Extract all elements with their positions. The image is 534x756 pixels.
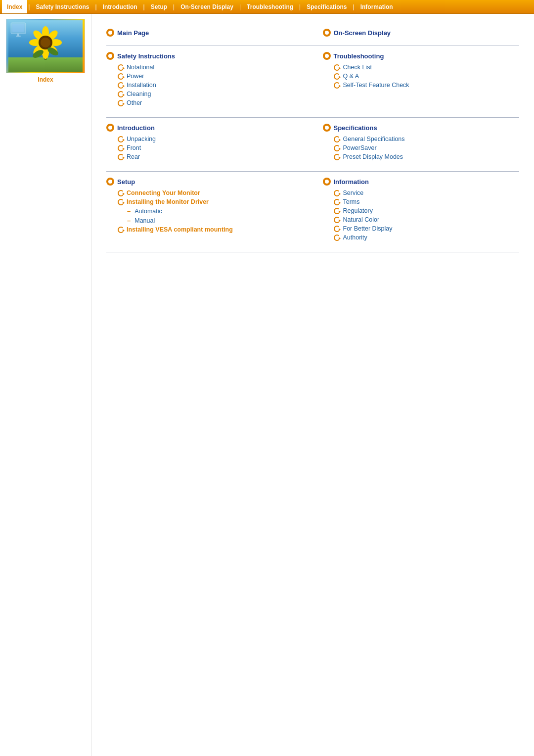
section-information: Information Service Terms Regulatory [313,172,520,252]
troubleshooting-selftest[interactable]: Self-Test Feature Check [343,82,409,89]
list-item[interactable]: Cleaning [117,91,303,97]
nav-item-introduction[interactable]: Introduction [98,0,142,13]
list-item[interactable]: Notational [117,64,303,71]
nav-separator-3: | [142,3,146,10]
safety-other[interactable]: Other [127,99,142,106]
troubleshooting-circle-icon [323,52,331,60]
troubleshooting-checklist[interactable]: Check List [343,64,372,71]
list-item[interactable]: General Specifications [334,136,520,142]
nav-separator-7: | [352,3,356,10]
section-heading-introduction[interactable]: Introduction [106,124,303,132]
list-item[interactable]: Installing VESA compliant mounting [117,226,303,233]
list-item[interactable]: Power [117,73,303,80]
info-terms[interactable]: Terms [343,198,360,205]
introduction-title[interactable]: Introduction [117,124,155,132]
arrow-icon [334,198,341,205]
intro-unpacking[interactable]: Unpacking [127,136,156,142]
arrow-icon [117,136,124,142]
list-item[interactable]: Other [117,99,303,106]
safety-title[interactable]: Safety Instructions [117,52,175,60]
spec-powersaver[interactable]: PowerSaver [343,144,377,151]
nav-item-specifications[interactable]: Specifications [302,0,352,13]
info-regulatory[interactable]: Regulatory [343,207,373,214]
setup-automatic[interactable]: Automatic [134,208,162,215]
list-item[interactable]: Regulatory [334,207,520,214]
list-item[interactable]: Check List [334,64,520,71]
safety-installation[interactable]: Installation [127,82,156,89]
svg-point-12 [41,38,50,47]
section-specifications: Specifications General Specifications Po… [313,118,520,172]
section-heading-safety[interactable]: Safety Instructions [106,52,303,60]
setup-title[interactable]: Setup [117,178,135,186]
nav-item-information[interactable]: Information [356,0,398,13]
list-item[interactable]: Unpacking [117,136,303,142]
nav-bar: Index | Safety Instructions | Introducti… [0,0,534,14]
troubleshooting-title[interactable]: Troubleshooting [334,52,384,60]
troubleshooting-qa[interactable]: Q & A [343,73,359,80]
spec-preset[interactable]: Preset Display Modes [343,153,403,160]
nav-item-safety[interactable]: Safety Instructions [31,0,94,13]
list-item[interactable]: Front [117,144,303,151]
mainpage-circle-icon [106,29,114,37]
arrow-icon [334,153,341,160]
list-item[interactable]: – Manual [117,217,303,224]
setup-vesa[interactable]: Installing VESA compliant mounting [127,226,233,233]
information-title[interactable]: Information [334,178,369,186]
nav-separator-2: | [94,3,98,10]
arrow-icon [334,144,341,151]
mainpage-label[interactable]: Main Page [117,29,149,37]
safety-sub-items: Notational Power Installation Cleaning [106,64,303,106]
nav-item-setup[interactable]: Setup [146,0,172,13]
safety-cleaning[interactable]: Cleaning [127,91,151,97]
dash-icon: – [127,207,131,215]
section-heading-troubleshooting[interactable]: Troubleshooting [323,52,520,60]
setup-driver[interactable]: Installing the Monitor Driver [127,198,209,205]
section-heading-specifications[interactable]: Specifications [323,124,520,132]
list-item[interactable]: Connecting Your Monitor [117,189,303,196]
list-item[interactable]: For Better Display [334,225,520,232]
intro-rear[interactable]: Rear [127,153,140,160]
list-item[interactable]: Rear [117,153,303,160]
svg-rect-17 [17,34,19,36]
section-heading-setup[interactable]: Setup [106,178,303,186]
list-item[interactable]: Q & A [334,73,520,80]
onscreen-label[interactable]: On-Screen Display [334,29,391,37]
list-item[interactable]: Service [334,189,520,196]
intro-front[interactable]: Front [127,144,141,151]
safety-notational[interactable]: Notational [127,64,154,71]
nav-item-onscreen[interactable]: On-Screen Display [176,0,238,13]
top-item-onscreen[interactable]: On-Screen Display [313,24,520,39]
top-row: Main Page On-Screen Display [106,24,519,46]
setup-connecting[interactable]: Connecting Your Monitor [127,189,200,196]
arrow-icon [334,64,341,71]
list-item[interactable]: Natural Color [334,216,520,223]
onscreen-circle-icon [323,29,331,37]
main-layout: Index Main Page On-Screen Display [0,14,534,756]
list-item[interactable]: Authority [334,234,520,241]
info-betterdisplay[interactable]: For Better Display [343,225,393,232]
setup-manual[interactable]: Manual [134,217,155,224]
section-heading-information[interactable]: Information [323,178,520,186]
info-naturalcolor[interactable]: Natural Color [343,216,380,223]
info-service[interactable]: Service [343,189,364,196]
list-item[interactable]: PowerSaver [334,144,520,151]
top-item-mainpage[interactable]: Main Page [106,24,313,39]
specifications-title[interactable]: Specifications [334,124,377,132]
list-item[interactable]: Self-Test Feature Check [334,82,520,89]
nav-item-index[interactable]: Index [2,0,27,13]
list-item[interactable]: Preset Display Modes [334,153,520,160]
list-item[interactable]: Installing the Monitor Driver [117,198,303,205]
arrow-icon [117,153,124,160]
dash-icon: – [127,217,131,224]
section-introduction: Introduction Unpacking Front Rear [106,118,313,172]
arrow-icon [117,73,124,80]
info-authority[interactable]: Authority [343,234,367,241]
safety-power[interactable]: Power [127,73,144,80]
list-item[interactable]: – Automatic [117,207,303,215]
list-item[interactable]: Terms [334,198,520,205]
nav-item-troubleshooting[interactable]: Troubleshooting [242,0,298,13]
toc-grid: Safety Instructions Notational Power Ins… [106,46,519,252]
list-item[interactable]: Installation [117,82,303,89]
information-circle-icon [323,178,331,186]
spec-general[interactable]: General Specifications [343,136,405,142]
